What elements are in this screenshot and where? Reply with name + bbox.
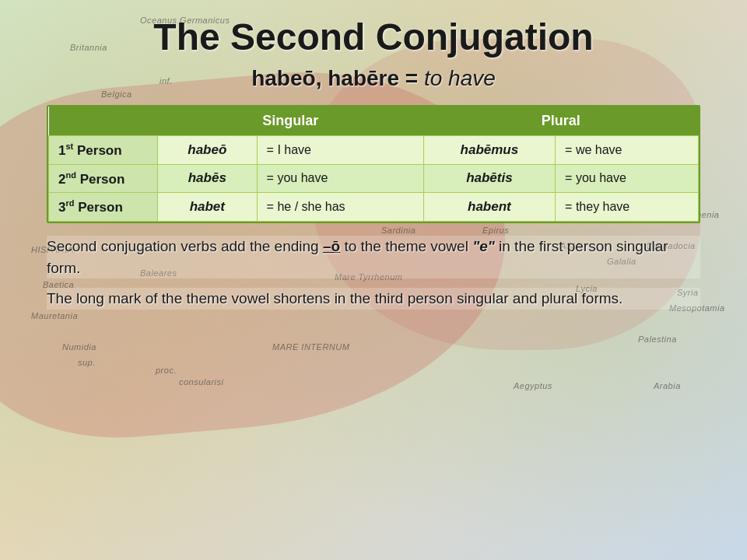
table-header-singular: Singular xyxy=(158,107,424,136)
singular-form-cell: habeō xyxy=(158,136,258,165)
conjugation-table-wrapper: Singular Plural 1st Person habeō = I hav… xyxy=(47,105,700,223)
person-cell: 3rd Person xyxy=(49,193,158,222)
plural-form-cell: habētis xyxy=(423,164,555,193)
singular-meaning-cell: = he / she has xyxy=(257,193,423,222)
explanation-2: The long mark of the theme vowel shorten… xyxy=(47,288,700,310)
conjugation-table: Singular Plural 1st Person habeō = I hav… xyxy=(48,107,699,222)
person-cell: 1st Person xyxy=(49,136,158,165)
table-header-row: Singular Plural xyxy=(49,107,699,136)
person-cell: 2nd Person xyxy=(49,164,158,193)
table-row: 3rd Person habet = he / she has habent =… xyxy=(49,193,699,222)
plural-form-cell: habent xyxy=(423,193,555,222)
page-title: The Second Conjugation xyxy=(31,16,716,58)
explanation-1-part2: to the theme vowel xyxy=(340,238,472,254)
singular-form-cell: habet xyxy=(158,193,258,222)
plural-meaning-cell: = we have xyxy=(556,136,699,165)
subtitle-english: to have xyxy=(424,66,496,90)
singular-meaning-cell: = I have xyxy=(257,136,423,165)
subtitle-equals: = xyxy=(399,66,424,90)
singular-meaning-cell: = you have xyxy=(257,164,423,193)
table-body: 1st Person habeō = I have habēmus = we h… xyxy=(49,136,699,222)
plural-form-cell: habēmus xyxy=(423,136,555,165)
subtitle: habeō, habēre = to have xyxy=(31,66,716,91)
plural-meaning-cell: = you have xyxy=(556,164,699,193)
table-header-empty xyxy=(49,107,158,136)
table-row: 2nd Person habēs = you have habētis = yo… xyxy=(49,164,699,193)
plural-meaning-cell: = they have xyxy=(556,193,699,222)
singular-form-cell: habēs xyxy=(158,164,258,193)
explanation-1-part1: Second conjugation verbs add the ending xyxy=(47,238,323,254)
main-content: The Second Conjugation habeō, habēre = t… xyxy=(0,0,747,560)
table-header-plural: Plural xyxy=(423,107,698,136)
subtitle-latin: habeō, habēre xyxy=(251,66,399,90)
explanation-1-em: "e" xyxy=(472,238,495,254)
explanation-1-highlight: –ō xyxy=(323,238,340,254)
explanation-1: Second conjugation verbs add the ending … xyxy=(47,236,700,278)
table-row: 1st Person habeō = I have habēmus = we h… xyxy=(49,136,699,165)
